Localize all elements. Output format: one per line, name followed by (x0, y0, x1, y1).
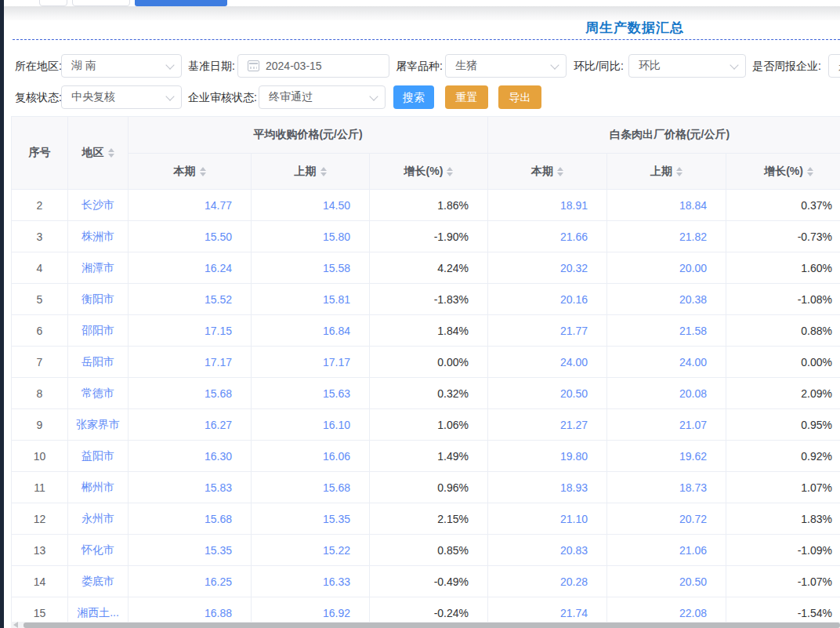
cell-region[interactable]: 岳阳市 (68, 347, 129, 378)
sort-icon[interactable] (200, 167, 206, 176)
cell-carcass-current: 21.66 (488, 221, 607, 252)
base-date-value: 2024-03-15 (266, 60, 322, 72)
cell-region[interactable]: 株洲市 (68, 221, 129, 252)
cell-purchase-current: 15.68 (129, 378, 252, 409)
cell-carcass-current: 20.83 (488, 535, 607, 566)
cell-carcass-previous: 20.08 (607, 378, 726, 409)
cell-carcass-growth: -1.08% (726, 284, 840, 315)
base-date-picker[interactable]: 2024-03-15 (237, 54, 389, 78)
sort-icon[interactable] (447, 167, 453, 176)
table-row: 3株洲市15.5015.80-1.90%21.6621.82-0.73% (12, 221, 840, 252)
cell-carcass-growth: 0.88% (726, 315, 840, 347)
cell-purchase-previous: 15.81 (252, 284, 370, 315)
cell-purchase-growth: 4.24% (370, 252, 488, 284)
cell-index: 4 (12, 252, 68, 284)
cell-carcass-previous: 22.08 (607, 597, 726, 623)
cell-carcass-previous: 18.84 (607, 190, 726, 221)
cell-purchase-previous: 16.06 (252, 441, 370, 472)
col-header-carcass-previous[interactable]: 上期 (607, 154, 726, 190)
cell-region[interactable]: 怀化市 (68, 535, 129, 566)
cell-purchase-growth: 1.84% (370, 315, 488, 347)
cell-carcass-growth: -0.73% (726, 221, 840, 252)
cell-carcass-current: 21.77 (488, 315, 607, 347)
col-header-purchase-previous[interactable]: 上期 (252, 154, 370, 190)
cell-region[interactable]: 常德市 (68, 378, 129, 409)
cell-carcass-current: 19.80 (488, 441, 607, 472)
toolbar-field-partial[interactable] (39, 0, 67, 6)
ratio-type-label: 环比/同比: (574, 54, 624, 78)
cell-carcass-growth: 1.60% (726, 252, 840, 284)
cell-purchase-current: 16.30 (129, 441, 252, 472)
export-button[interactable]: 导出 (498, 85, 541, 109)
page: 周生产数据汇总 所在地区: 湖 南 基准日期: 2024-03-15 屠宰品种:… (0, 0, 840, 628)
cell-purchase-previous: 15.63 (252, 378, 370, 409)
cell-region[interactable]: 张家界市 (68, 409, 129, 441)
audit-status-select[interactable]: 终审通过 (259, 85, 386, 109)
col-header-carcass-current[interactable]: 本期 (488, 154, 607, 190)
region-select[interactable]: 湖 南 (61, 54, 182, 78)
cell-region[interactable]: 湘西土... (68, 597, 129, 623)
dashed-divider (13, 39, 840, 40)
table-row: 2长沙市14.7714.501.86%18.9118.840.37% (12, 190, 840, 221)
cell-carcass-growth: 2.09% (726, 378, 840, 409)
ratio-type-select[interactable]: 环比 (628, 54, 746, 78)
sort-icon[interactable] (320, 167, 327, 176)
cell-carcass-current: 21.74 (488, 597, 607, 623)
sort-icon[interactable] (807, 167, 813, 176)
cell-carcass-previous: 20.72 (607, 503, 726, 535)
cell-region[interactable]: 湘潭市 (68, 252, 129, 284)
cell-region[interactable]: 长沙市 (68, 190, 129, 221)
cell-purchase-growth: 0.96% (370, 472, 488, 503)
col-group-carcass-exfactory-price: 白条肉出厂价格(元/公斤) (488, 117, 840, 154)
weekly-firm-select[interactable]: 是 (828, 54, 840, 78)
cell-purchase-growth: 0.00% (370, 347, 488, 378)
cell-carcass-growth: 1.07% (726, 472, 840, 503)
sort-icon[interactable] (108, 148, 114, 158)
col-header-region[interactable]: 地区 (68, 117, 129, 190)
sort-icon[interactable] (557, 167, 563, 176)
toolbar-field-partial[interactable] (72, 0, 130, 6)
cell-carcass-current: 18.91 (488, 190, 607, 221)
reset-button[interactable]: 重置 (445, 85, 488, 109)
col-header-purchase-current[interactable]: 本期 (129, 154, 252, 190)
horizontal-scrollbar[interactable] (11, 622, 840, 628)
cell-region[interactable]: 益阳市 (68, 441, 129, 472)
cell-purchase-current: 16.88 (129, 597, 252, 623)
col-header-carcass-growth[interactable]: 增长(%) (726, 154, 840, 190)
data-table: 序号 地区 平均收购价格(元/公斤) 白条肉出厂价格(元/公斤) 本期 上期 增… (11, 116, 840, 622)
cell-carcass-previous: 21.58 (607, 315, 726, 347)
search-button[interactable]: 搜索 (393, 85, 434, 109)
cell-carcass-current: 24.00 (488, 347, 607, 378)
sort-icon[interactable] (676, 167, 682, 176)
review-status-select[interactable]: 中央复核 (61, 85, 182, 109)
cell-carcass-current: 21.27 (488, 409, 607, 441)
scrollbar-thumb[interactable] (24, 623, 840, 628)
cell-region[interactable]: 邵阳市 (68, 315, 129, 347)
cell-purchase-growth: -1.90% (370, 221, 488, 252)
cell-purchase-growth: 0.85% (370, 535, 488, 566)
cell-index: 13 (12, 535, 68, 566)
cell-region[interactable]: 郴州市 (68, 472, 129, 503)
cell-purchase-current: 17.17 (129, 347, 252, 378)
cell-carcass-current: 20.32 (488, 252, 607, 284)
cell-purchase-current: 16.24 (129, 252, 252, 284)
table-body: 2长沙市14.7714.501.86%18.9118.840.37%3株洲市15… (12, 190, 840, 623)
cell-purchase-previous: 16.84 (252, 315, 370, 347)
cell-region[interactable]: 永州市 (68, 503, 129, 535)
species-select[interactable]: 生猪 (445, 54, 567, 78)
scroll-left-arrow-icon[interactable] (13, 622, 18, 628)
cell-carcass-growth: -1.07% (726, 566, 840, 597)
chevron-down-icon (550, 60, 559, 69)
cell-region[interactable]: 衡阳市 (68, 284, 129, 315)
cell-carcass-growth: 0.95% (726, 409, 840, 441)
col-header-purchase-growth[interactable]: 增长(%) (370, 154, 488, 190)
cell-carcass-current: 20.16 (488, 284, 607, 315)
cell-index: 12 (12, 503, 68, 535)
top-toolbar (0, 0, 840, 6)
cell-index: 8 (12, 378, 68, 409)
cell-region[interactable]: 娄底市 (68, 566, 129, 597)
cell-purchase-growth: 1.06% (370, 409, 488, 441)
cell-purchase-growth: -1.83% (370, 284, 488, 315)
table-row: 9张家界市16.2716.101.06%21.2721.070.95% (12, 409, 840, 441)
toolbar-button-partial[interactable] (135, 0, 227, 6)
